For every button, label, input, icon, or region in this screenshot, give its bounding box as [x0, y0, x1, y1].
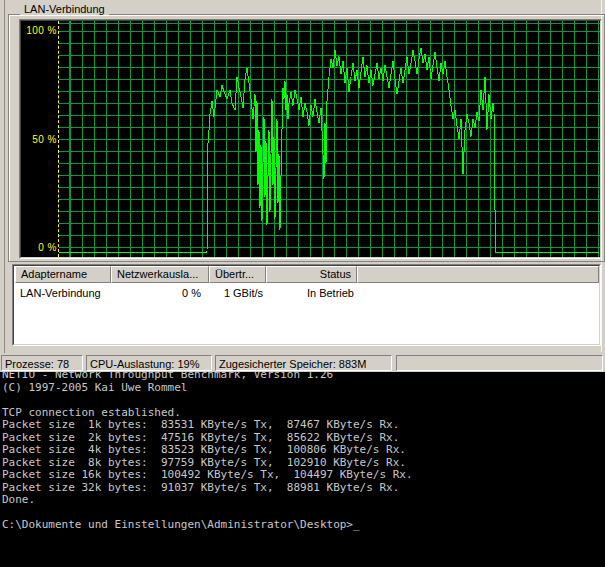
- statusbar-committed-memory: Zugesicherter Speicher: 883M: [215, 355, 392, 371]
- column-header-adaptername[interactable]: Adaptername: [15, 266, 111, 283]
- utilization-trace-svg: [21, 21, 600, 257]
- command-prompt-window[interactable]: NETIO - Network Throughput Benchmark, Ve…: [0, 372, 605, 567]
- column-header-netzwerkauslastung[interactable]: Netzwerkausla...: [111, 266, 209, 283]
- task-manager-networking-panel: LAN-Verbindung 100 % 50 % 0 % Adapternam…: [0, 0, 605, 372]
- console-output: NETIO - Network Throughput Benchmark, Ve…: [2, 372, 605, 532]
- statusbar-empty-panel: [396, 355, 603, 371]
- graph-plot-area: 100 % 50 % 0 %: [21, 21, 600, 257]
- column-header-filler: [357, 266, 599, 283]
- table-row[interactable]: LAN-Verbindung 0 % 1 GBit/s In Betrieb: [14, 287, 599, 301]
- statusbar-cpu-usage: CPU-Auslastung: 19%: [86, 355, 212, 371]
- lan-connection-groupbox: LAN-Verbindung 100 % 50 % 0 %: [8, 14, 605, 262]
- cell-adapter-name: LAN-Verbindung: [14, 287, 110, 301]
- status-bar: Prozesse: 78 CPU-Auslastung: 19% Zugesic…: [0, 353, 605, 372]
- column-header-uebertragungsrate[interactable]: Übertr...: [209, 266, 266, 283]
- listview-header-row: Adaptername Netzwerkausla... Übertr... S…: [14, 266, 599, 283]
- adapter-listview: Adaptername Netzwerkausla... Übertr... S…: [12, 264, 601, 346]
- utilization-polyline: [59, 48, 599, 252]
- groupbox-title: LAN-Verbindung: [20, 3, 109, 15]
- cell-link-speed: 1 GBit/s: [208, 287, 265, 301]
- network-utilization-graph: 100 % 50 % 0 %: [19, 19, 602, 259]
- cell-status: In Betrieb: [265, 287, 356, 301]
- cell-network-utilization: 0 %: [110, 287, 208, 301]
- window-frame-left: [4, 0, 5, 372]
- column-header-status[interactable]: Status: [266, 266, 357, 283]
- statusbar-processes: Prozesse: 78: [1, 355, 83, 371]
